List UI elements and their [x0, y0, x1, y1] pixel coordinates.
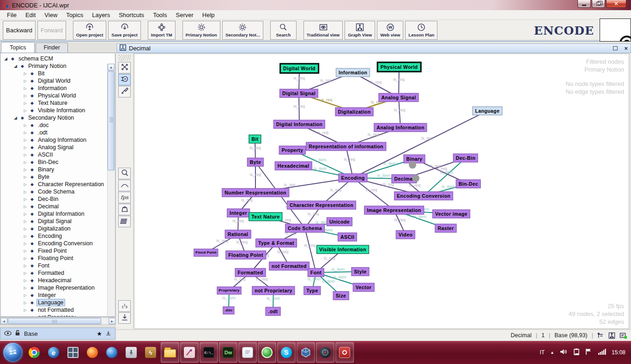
expand-expander-icon[interactable]: ▷	[23, 109, 28, 113]
graph-node-encoding-conversion[interactable]: Encoding Conversion	[394, 192, 453, 200]
paint-icon[interactable]	[180, 342, 199, 363]
dreamweaver-icon[interactable]: Dw	[219, 342, 237, 363]
start-button[interactable]	[3, 343, 23, 362]
graph-node-formatted[interactable]: Formatted	[235, 268, 266, 277]
graph-node-ascii[interactable]: ASCII	[338, 233, 357, 242]
collapse-expander-icon[interactable]: ◢	[13, 115, 18, 120]
graph-node-style[interactable]: Style	[351, 267, 369, 276]
expand-expander-icon[interactable]: ▷	[23, 256, 28, 261]
graph-node-type-format[interactable]: Type & Format	[255, 239, 297, 248]
menu-item-view[interactable]: View	[40, 11, 62, 19]
tree-item-dec-bin[interactable]: ▷◆Dec-Bin	[0, 195, 108, 203]
tree-item-image-representation[interactable]: ▷◆Image Representation	[0, 284, 108, 291]
menu-item-topics[interactable]: Topics	[62, 11, 88, 19]
tree-item-digital-information[interactable]: ▷◆Digital Information	[0, 210, 108, 218]
graph-node-not-proprietary[interactable]: not Proprietary	[252, 286, 295, 295]
topic-stat-icon[interactable]	[597, 332, 604, 339]
layer-lock-icon[interactable]	[15, 329, 21, 338]
expand-expander-icon[interactable]: ▷	[23, 219, 28, 224]
expand-expander-icon[interactable]: ▷	[23, 315, 28, 317]
search-button[interactable]: Search	[270, 21, 297, 40]
graph-node-proprietary[interactable]: Proprietary	[217, 287, 242, 295]
minimize-button[interactable]	[577, 0, 591, 8]
tab-topics[interactable]: Topics	[1, 42, 35, 53]
expand-expander-icon[interactable]: ▷	[23, 138, 28, 142]
graph-node-odt[interactable]: .odt	[266, 307, 281, 316]
flash-icon[interactable]: ϟ	[141, 342, 160, 363]
layers-button[interactable]	[118, 216, 131, 227]
tree-item-analog-signal[interactable]: ▷◆Analog Signal	[0, 144, 108, 151]
graph-node-digital-information[interactable]: Digital Information	[273, 120, 325, 129]
tree-item-bin-dec[interactable]: ▷◆Bin-Dec	[0, 158, 108, 166]
layer-visibility-eye-icon[interactable]	[4, 329, 12, 338]
graph-node-bin-dec[interactable]: Bin-Dec	[456, 180, 481, 188]
skype-icon[interactable]: S	[277, 342, 296, 363]
graph-node-property[interactable]: Property	[279, 146, 306, 155]
expand-expander-icon[interactable]: ▷	[23, 131, 28, 135]
tree-item-byte[interactable]: ▷◆Byte	[0, 173, 108, 181]
tree-item-decimal[interactable]: ▷◆Decimal	[0, 203, 108, 210]
tree-item-binary[interactable]: ▷◆Binary	[0, 166, 108, 173]
backward-button[interactable]: Backward	[3, 21, 36, 40]
close-button[interactable]: ✕	[606, 0, 626, 8]
expand-expander-icon[interactable]: ▷	[23, 308, 28, 312]
layer-merge-icon[interactable]	[105, 329, 111, 338]
graph-node-digital-signal[interactable]: Digital Signal	[279, 89, 318, 98]
tree-item-primary-notion[interactable]: ◢◆Primary Notion	[0, 62, 108, 70]
graph-node-video[interactable]: Video	[396, 231, 415, 239]
expand-expander-icon[interactable]: ▷	[23, 293, 28, 297]
graph-node-bit[interactable]: Bit	[249, 135, 261, 144]
graph-numbers-button[interactable]: 123	[118, 300, 131, 312]
cube-app-icon[interactable]	[297, 342, 315, 363]
forward-button[interactable]: Forward	[37, 21, 66, 40]
traditional-view-button[interactable]: Traditional view	[303, 21, 343, 40]
expand-expander-icon[interactable]: ▷	[23, 227, 28, 231]
graph-node-vector-image[interactable]: Vector image	[432, 210, 470, 218]
panel-close-button[interactable]: ×	[624, 45, 628, 52]
scrollbar-thumb[interactable]	[108, 71, 115, 170]
graph-node-fixed-point[interactable]: Fixed Point	[194, 249, 218, 257]
firefox-icon[interactable]	[83, 342, 102, 363]
restore-button[interactable]	[592, 0, 605, 8]
language-indicator[interactable]: IT	[540, 349, 545, 356]
expand-expander-icon[interactable]: ▷	[23, 123, 28, 127]
graph-node-size[interactable]: Size	[333, 291, 349, 300]
panel-maximize-button[interactable]	[613, 46, 618, 50]
expand-expander-icon[interactable]: ▷	[23, 264, 28, 268]
graph-node-vector[interactable]: Vector	[353, 283, 375, 292]
graph-canvas[interactable]: is_reqis_reqis_reqis_reqis_reqis_reqis_r…	[134, 54, 629, 329]
graph-node-not-formatted[interactable]: not Formatted	[269, 262, 309, 271]
notepad-icon[interactable]	[238, 342, 257, 363]
expand-expander-icon[interactable]: ▷	[23, 182, 28, 187]
browser2-icon[interactable]	[103, 342, 121, 363]
expand-expander-icon[interactable]: ▷	[23, 212, 28, 216]
graph-node-integer[interactable]: Integer	[227, 209, 250, 218]
graph-node-hexadecimal[interactable]: Hexadecimal	[275, 162, 312, 170]
tab-finder[interactable]: Finder	[36, 42, 67, 53]
graph-node-code-schema[interactable]: Code Schema	[285, 224, 325, 233]
graph-node-text-nature[interactable]: Text Nature	[249, 212, 282, 221]
tree-item-font[interactable]: ▷◆Font	[0, 262, 108, 269]
draw-edge-button[interactable]	[118, 86, 131, 97]
graph-node-type[interactable]: Type	[303, 286, 321, 295]
expand-expander-icon[interactable]: ▷	[23, 86, 28, 91]
graph-node-unicode[interactable]: Unicode	[327, 218, 352, 226]
tree-horizontal-scrollbar[interactable]: ◄ ►	[0, 317, 115, 325]
menu-item-edit[interactable]: Edit	[21, 11, 40, 19]
collapse-expander-icon[interactable]: ◢	[13, 64, 18, 68]
tree-item-code-schema[interactable]: ▷◆Code Schema	[0, 188, 108, 195]
expand-expander-icon[interactable]: ▷	[23, 79, 28, 83]
tree-vertical-scrollbar[interactable]: ▲ ▼	[107, 64, 115, 317]
tree-item-digital-signal[interactable]: ▷◆Digital Signal	[0, 218, 108, 225]
menu-item-file[interactable]: File	[3, 11, 21, 19]
tree-item-text-nature[interactable]: ▷◆Text Nature	[0, 99, 108, 107]
import-tm-button[interactable]: Import TM	[148, 21, 176, 40]
safari-icon[interactable]	[316, 342, 334, 363]
tree-item-character-representation[interactable]: ▷◆Character Representation	[0, 181, 108, 188]
graph-node-dec-bin[interactable]: Dec-Bin	[453, 154, 478, 163]
graph-node-analog-signal[interactable]: Analog Signal	[378, 93, 419, 102]
graph-node-rational[interactable]: Rational	[225, 230, 251, 239]
tree-item-floating-point[interactable]: ▷◆Floating Point	[0, 255, 108, 262]
tree-item-doc[interactable]: ▷◆.doc	[0, 121, 108, 129]
lesson-plan-button[interactable]: Lesson Plan	[405, 21, 437, 40]
